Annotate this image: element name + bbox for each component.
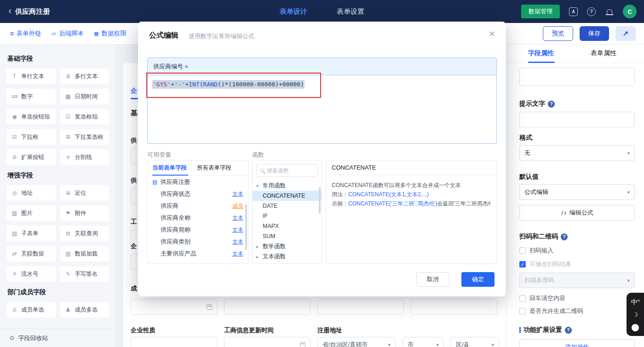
variable-row[interactable]: 供应商状态文本 — [148, 188, 248, 200]
province-select[interactable]: 省/自治区/直辖市▾ — [317, 337, 396, 347]
variable-row[interactable]: 供应商类别文本 — [148, 236, 248, 248]
canvas-date-input[interactable] — [224, 337, 310, 347]
ime-handle-icon[interactable] — [632, 324, 639, 331]
field-datetime[interactable]: ▦日期时间 — [60, 89, 109, 104]
checkbox-modify-scan-result[interactable]: ✓可修改扫码结果 — [519, 260, 571, 268]
field-divider[interactable]: ≡分割线 — [60, 149, 109, 165]
tab-form-settings[interactable]: 表单设置 — [337, 7, 364, 16]
cancel-button[interactable]: 取消 — [416, 272, 449, 287]
backend-script-link[interactable]: ‹/›后端脚本 — [52, 29, 84, 38]
field-member-single[interactable]: ♙成员单选 — [6, 302, 56, 318]
function-concatenate[interactable]: CONCATENATE — [253, 191, 322, 201]
field-dropdown[interactable]: ⊟下拉框 — [6, 129, 56, 145]
add-action-button[interactable]: 添加操作 — [519, 339, 635, 347]
variable-row[interactable]: 供应商简称文本 — [148, 224, 248, 236]
tab-current-form-fields[interactable]: 当前表单字段 — [152, 164, 187, 172]
tab-field-properties[interactable]: 字段属性 — [528, 49, 554, 57]
share-button[interactable]: ↗ — [615, 26, 636, 41]
field-title-input[interactable] — [519, 68, 635, 86]
formula-input-area[interactable]: 'GYS'+'-'+INT(RAND()*(100000-00000)+0000… — [148, 75, 496, 143]
form-tree-root[interactable]: ▤供应商注册 — [148, 176, 248, 188]
field-location[interactable]: ⊕定位 — [60, 185, 109, 201]
scrollbar[interactable] — [319, 187, 321, 214]
default-value-select[interactable]: 公式编辑▾ — [519, 184, 635, 200]
help-icon[interactable]: ? — [587, 7, 596, 16]
field-radio-group[interactable]: ◉单选按钮组 — [6, 109, 56, 125]
ime-language-icon[interactable]: 中a — [631, 297, 639, 305]
function-group-text[interactable]: ▸文本函数 — [253, 251, 322, 262]
checkbox-allow-qr[interactable]: 是否允许生成二维码 — [519, 307, 583, 315]
edit-formula-button[interactable]: ƒx编辑公式 — [519, 205, 635, 221]
checkbox-unchecked-icon[interactable] — [519, 295, 526, 301]
checkbox-unchecked-icon[interactable] — [519, 308, 526, 314]
confirm-button[interactable]: 确定 — [461, 272, 494, 287]
data-permission-link[interactable]: ▦数据权限 — [94, 29, 126, 38]
field-number[interactable]: 123数字 — [6, 89, 56, 104]
field-linked-data[interactable]: ⇄关联数据 — [6, 246, 56, 262]
help-icon[interactable]: ? — [561, 233, 568, 240]
field-dropdown-multi[interactable]: ⊞下拉复选框 — [60, 129, 109, 145]
variable-row[interactable]: 主要供应产品文本 — [148, 248, 248, 260]
variable-row[interactable]: 供应商全称文本 — [148, 212, 248, 224]
tab-enterprise-info[interactable]: 企 — [131, 87, 137, 95]
field-serial-number[interactable]: #流水号 — [6, 266, 56, 282]
scan-type-select[interactable]: 扫描条形码▾ — [519, 273, 635, 288]
back-icon[interactable]: ‹ — [8, 5, 12, 17]
field-checkbox-group[interactable]: ☑复选框组 — [60, 109, 109, 125]
ime-floating-widget[interactable]: 中a ☽ — [627, 293, 644, 336]
field-type-tag[interactable]: 文本 — [232, 214, 243, 222]
field-type-tag[interactable]: 文本 — [232, 190, 243, 198]
format-select[interactable]: 无▾ — [519, 145, 635, 161]
canvas-field-input[interactable] — [411, 299, 497, 315]
field-subform[interactable]: ▤子表单 — [6, 226, 56, 241]
field-recycle-bin[interactable]: ♻字段回收站 — [0, 329, 115, 347]
help-icon[interactable]: ? — [548, 101, 555, 108]
field-signature[interactable]: ✎手写签名 — [60, 266, 109, 282]
canvas-date-input[interactable] — [131, 299, 217, 315]
tab-form-properties[interactable]: 表单属性 — [591, 49, 616, 57]
canvas-field-input[interactable] — [224, 299, 310, 315]
field-data-load[interactable]: ▥数据加载 — [60, 246, 109, 262]
save-button[interactable]: 保存 — [580, 26, 609, 41]
field-single-line-text[interactable]: T单行文本 — [6, 68, 56, 84]
search-input[interactable] — [267, 167, 314, 174]
preview-button[interactable]: 预览 — [543, 26, 573, 41]
function-if[interactable]: IF — [253, 211, 322, 221]
close-icon[interactable]: × — [489, 28, 495, 40]
checkbox-scan-input[interactable]: 扫码输入 — [519, 246, 553, 255]
field-member-multi[interactable]: ♟成员多选 — [60, 302, 109, 318]
function-date[interactable]: DATE — [253, 201, 322, 211]
notification-bell-icon[interactable] — [605, 7, 614, 16]
field-linked-query[interactable]: ⧉关联查询 — [60, 226, 109, 241]
district-select[interactable]: 区/县▾ — [451, 337, 499, 347]
canvas-field-input[interactable] — [317, 299, 404, 315]
variable-row[interactable]: 供应商成员 — [148, 200, 248, 212]
function-group-common[interactable]: ▾常用函数 — [253, 181, 322, 191]
tab-all-form-fields[interactable]: 所有表单字段 — [197, 164, 231, 172]
formula-selected-text[interactable]: 'GYS'+'-'+INT(RAND()*(100000-00000)+0000… — [152, 80, 305, 89]
tab-form-design[interactable]: 表单设计 — [280, 7, 307, 16]
field-address[interactable]: ◎地址 — [6, 185, 56, 201]
field-type-tag[interactable]: 成员 — [232, 202, 243, 210]
form-external-link[interactable]: ⧉表单外链 — [10, 29, 41, 38]
help-icon[interactable]: ? — [565, 327, 572, 334]
field-multi-line-text[interactable]: ≣多行文本 — [60, 68, 109, 84]
field-type-tag[interactable]: 文本 — [232, 238, 243, 246]
checkbox-checked-icon[interactable]: ✓ — [519, 261, 526, 267]
function-mapx[interactable]: MAPX — [253, 221, 322, 231]
field-extend-button[interactable]: ⊜扩展按钮 — [6, 149, 56, 165]
function-sum[interactable]: SUM — [253, 231, 322, 241]
data-manage-button[interactable]: 数据管理 — [521, 5, 560, 18]
field-type-tag[interactable]: 文本 — [232, 250, 243, 258]
hint-text-input[interactable] — [519, 112, 635, 127]
moon-icon[interactable]: ☽ — [632, 311, 638, 318]
translate-icon[interactable]: A — [569, 7, 578, 16]
checkbox-enter-clear[interactable]: 回车清空内容 — [519, 294, 565, 302]
city-select[interactable]: 市▾ — [402, 337, 444, 347]
canvas-field-input[interactable] — [131, 337, 217, 347]
scrollbar[interactable] — [245, 204, 247, 250]
field-image[interactable]: ▨图片 — [6, 205, 56, 221]
function-group-math[interactable]: ▸数学函数 — [253, 241, 322, 251]
field-attachment[interactable]: ⚑附件 — [60, 205, 109, 221]
avatar[interactable]: C — [623, 5, 637, 18]
